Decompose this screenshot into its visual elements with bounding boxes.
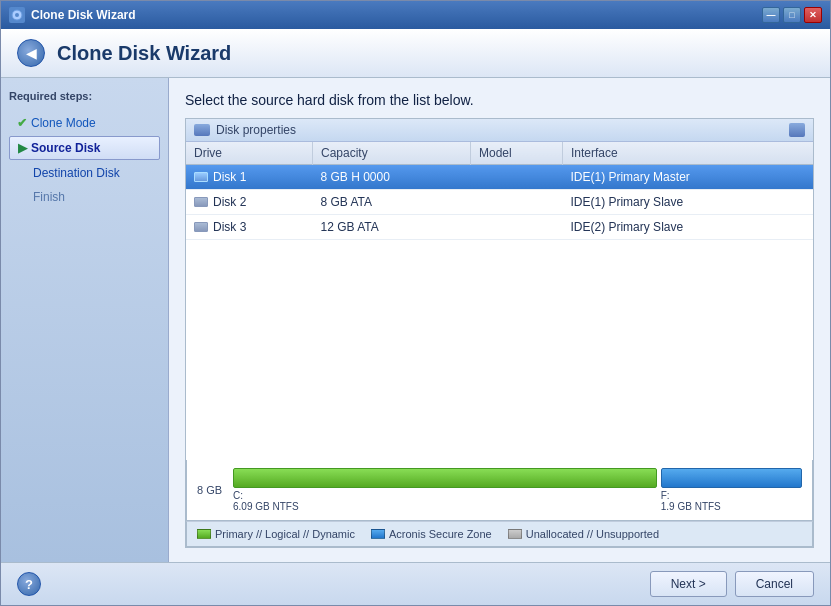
disk-table: Drive Capacity Model Interface Disk 18 G… <box>186 142 813 240</box>
partition-f: F: 1.9 GB NTFS <box>661 468 802 512</box>
legend-primary: Primary // Logical // Dynamic <box>197 528 355 540</box>
title-bar: Clone Disk Wizard — □ ✕ <box>1 1 830 29</box>
main-window: Clone Disk Wizard — □ ✕ ◀ Clone Disk Wiz… <box>0 0 831 606</box>
cell-interface: IDE(2) Primary Slave <box>562 215 813 240</box>
legend-blue-box <box>371 529 385 539</box>
col-drive: Drive <box>186 142 312 165</box>
cell-drive: Disk 3 <box>186 215 312 240</box>
table-area[interactable]: Drive Capacity Model Interface Disk 18 G… <box>186 142 813 460</box>
cell-capacity: 8 GB ATA <box>312 190 470 215</box>
cancel-button[interactable]: Cancel <box>735 571 814 597</box>
partition-visual: 8 GB C: 6.09 GB NTFS <box>186 460 813 521</box>
sidebar-item-destination-disk[interactable]: Destination Disk <box>9 162 160 184</box>
sidebar-item-source-disk[interactable]: ▶ Source Disk <box>9 136 160 160</box>
cell-interface: IDE(1) Primary Slave <box>562 190 813 215</box>
table-row[interactable]: Disk 312 GB ATAIDE(2) Primary Slave <box>186 215 813 240</box>
disk-icon-tiny <box>194 197 208 207</box>
cell-interface: IDE(1) Primary Master <box>562 165 813 190</box>
legend-unallocated: Unallocated // Unsupported <box>508 528 659 540</box>
sidebar-item-finish: Finish <box>9 186 160 208</box>
content-area: Required steps: ✔ Clone Mode ▶ Source Di… <box>1 78 830 562</box>
next-button[interactable]: Next > <box>650 571 727 597</box>
cell-model <box>471 215 563 240</box>
disk-icon-tiny <box>194 172 208 182</box>
sidebar-item-label: Source Disk <box>31 141 100 155</box>
label-c: C: 6.09 GB NTFS <box>233 490 657 512</box>
back-button[interactable]: ◀ <box>17 39 45 67</box>
bar-c <box>233 468 657 488</box>
legend-acronis: Acronis Secure Zone <box>371 528 492 540</box>
sidebar: Required steps: ✔ Clone Mode ▶ Source Di… <box>1 78 169 562</box>
cell-model <box>471 165 563 190</box>
sidebar-title: Required steps: <box>9 90 160 102</box>
legend-primary-label: Primary // Logical // Dynamic <box>215 528 355 540</box>
label-f: F: 1.9 GB NTFS <box>661 490 802 512</box>
disk-panel: Disk properties Drive Capacity Model Int… <box>185 118 814 548</box>
partition-c: C: 6.09 GB NTFS <box>233 468 657 512</box>
footer: ? Next > Cancel <box>1 562 830 605</box>
cell-capacity: 12 GB ATA <box>312 215 470 240</box>
app-icon <box>9 7 25 23</box>
col-capacity: Capacity <box>312 142 470 165</box>
close-button[interactable]: ✕ <box>804 7 822 23</box>
bar-f <box>661 468 802 488</box>
maximize-button[interactable]: □ <box>783 7 801 23</box>
legend-area: Primary // Logical // Dynamic Acronis Se… <box>186 521 813 547</box>
check-icon: ✔ <box>17 116 27 130</box>
window-title: Clone Disk Wizard <box>31 8 136 22</box>
legend-gray-box <box>508 529 522 539</box>
disk-visual: 8 GB C: 6.09 GB NTFS <box>186 460 813 547</box>
sidebar-item-clone-mode[interactable]: ✔ Clone Mode <box>9 112 160 134</box>
cell-drive: Disk 2 <box>186 190 312 215</box>
arrow-icon: ▶ <box>18 141 27 155</box>
svg-point-1 <box>15 13 19 17</box>
back-icon: ◀ <box>26 45 37 61</box>
help-button[interactable]: ? <box>17 572 41 596</box>
col-model: Model <box>471 142 563 165</box>
table-row[interactable]: Disk 18 GB H 0000IDE(1) Primary Master <box>186 165 813 190</box>
sidebar-item-label: Clone Mode <box>31 116 96 130</box>
partition-bars: C: 6.09 GB NTFS F: 1.9 GB NTFS <box>233 468 802 512</box>
col-interface: Interface <box>562 142 813 165</box>
panel-header-left: Disk properties <box>194 123 296 137</box>
table-row[interactable]: Disk 28 GB ATAIDE(1) Primary Slave <box>186 190 813 215</box>
disk-size-label: 8 GB <box>197 484 225 496</box>
legend-acronis-label: Acronis Secure Zone <box>389 528 492 540</box>
minimize-button[interactable]: — <box>762 7 780 23</box>
disk-icon-tiny <box>194 222 208 232</box>
wizard-title: Clone Disk Wizard <box>57 42 231 65</box>
cell-model <box>471 190 563 215</box>
panel-header: Disk properties <box>186 119 813 142</box>
cell-capacity: 8 GB H 0000 <box>312 165 470 190</box>
main-area: Select the source hard disk from the lis… <box>169 78 830 562</box>
table-header-row: Drive Capacity Model Interface <box>186 142 813 165</box>
header: ◀ Clone Disk Wizard <box>1 29 830 78</box>
panel-title: Disk properties <box>216 123 296 137</box>
legend-unallocated-label: Unallocated // Unsupported <box>526 528 659 540</box>
panel-icon-right <box>789 123 805 137</box>
cell-drive: Disk 1 <box>186 165 312 190</box>
legend-green-box <box>197 529 211 539</box>
window-controls: — □ ✕ <box>762 7 822 23</box>
instruction-text: Select the source hard disk from the lis… <box>185 92 814 108</box>
sidebar-item-label: Destination Disk <box>33 166 120 180</box>
sidebar-item-label: Finish <box>33 190 65 204</box>
disk-icon <box>194 124 210 136</box>
